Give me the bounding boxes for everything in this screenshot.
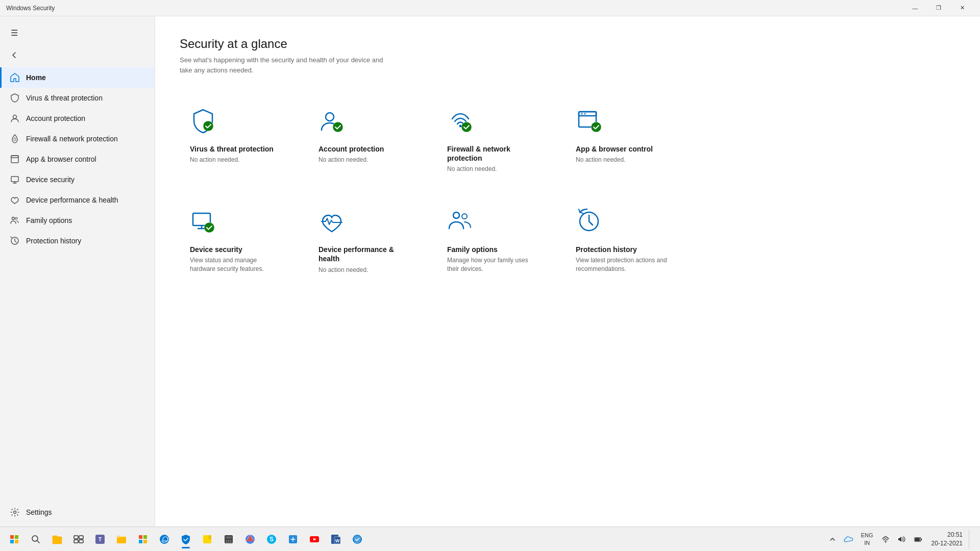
tray-wifi-button[interactable]	[878, 529, 893, 549]
account-card-icon	[318, 108, 347, 136]
sidebar-bottom: Settings	[0, 502, 155, 522]
sidebar-item-devicesecurity[interactable]: Device security	[0, 169, 155, 190]
tray-showdesktop-button[interactable]	[969, 529, 972, 549]
sidebar-item-devicehealth-label: Device performance & health	[26, 196, 118, 204]
appbrowser-card-subtitle: No action needed.	[576, 156, 668, 164]
app-container: ☰ Home Virus & threat protection	[0, 16, 980, 527]
svg-point-55	[226, 542, 228, 543]
taskbar-app-skype[interactable]: S	[261, 529, 282, 549]
sidebar-item-devicesecurity-label: Device security	[26, 176, 75, 184]
tray-volume-button[interactable]	[895, 529, 909, 549]
skype-icon: S	[266, 534, 277, 545]
main-content: Security at a glance See what's happenin…	[155, 16, 980, 527]
virus-card[interactable]: Virus & threat protection No action need…	[180, 95, 292, 184]
sidebar-item-firewall[interactable]: Firewall & network protection	[0, 129, 155, 149]
svg-point-69	[885, 542, 886, 543]
close-button[interactable]: ✕	[950, 0, 974, 16]
history-icon	[10, 236, 20, 246]
taskbar-app-stickynotes[interactable]	[197, 529, 217, 549]
titlebar-controls: — ❐ ✕	[903, 0, 974, 16]
svg-rect-1	[11, 156, 18, 163]
family-card[interactable]: Family options Manage how your family us…	[437, 196, 549, 284]
cards-grid: Virus & threat protection No action need…	[180, 95, 955, 284]
tray-onedrive-button[interactable]	[841, 529, 856, 549]
taskbar-app-chrome[interactable]	[240, 529, 260, 549]
firewall-card-icon	[447, 108, 476, 136]
restore-button[interactable]: ❐	[927, 0, 950, 16]
taskbar-app-explorer[interactable]	[47, 529, 67, 549]
tray-date: 20-12-2021	[932, 539, 963, 548]
titlebar: Windows Security — ❐ ✕	[0, 0, 980, 16]
svg-point-5	[15, 217, 17, 219]
sidebar-item-history[interactable]: Protection history	[0, 231, 155, 251]
taskbar-app-teams[interactable]: T	[90, 529, 110, 549]
explorer-icon	[52, 534, 63, 545]
svg-point-25	[453, 212, 459, 218]
taskbar-app-edge[interactable]	[154, 529, 175, 549]
sidebar-item-devicehealth[interactable]: Device performance & health	[0, 190, 155, 210]
svg-rect-71	[921, 539, 922, 540]
account-card[interactable]: Account protection No action needed.	[308, 95, 421, 184]
svg-point-57	[230, 542, 232, 543]
tray-overflow-button[interactable]	[826, 529, 839, 549]
taskbar-app-files[interactable]	[111, 529, 132, 549]
taskbar-app-youtube[interactable]	[304, 529, 325, 549]
svg-rect-46	[143, 540, 147, 543]
chevron-up-icon	[829, 536, 836, 542]
winsecurity-icon	[352, 534, 363, 545]
history-card[interactable]: Protection history View latest protectio…	[566, 196, 678, 284]
history-card-title: Protection history	[576, 245, 668, 254]
hamburger-menu-button[interactable]: ☰	[4, 22, 24, 43]
svg-rect-31	[15, 540, 18, 543]
appbrowser-card[interactable]: App & browser control No action needed.	[566, 95, 678, 184]
taskbar-app-defender[interactable]	[176, 529, 196, 549]
family-card-subtitle: Manage how your family uses their device…	[447, 256, 539, 273]
tray-language-button[interactable]: ENG IN	[858, 529, 876, 549]
svg-point-13	[459, 125, 462, 128]
family-card-title: Family options	[447, 245, 539, 254]
devicesecurity-card[interactable]: Device security View status and manage h…	[180, 196, 292, 284]
svg-text:W: W	[335, 538, 340, 543]
sidebar-item-home[interactable]: Home	[0, 67, 155, 88]
appbrowser-card-title: App & browser control	[576, 144, 668, 154]
taskbar-app-snip[interactable]	[283, 529, 303, 549]
svg-point-53	[228, 540, 230, 541]
search-button[interactable]	[27, 530, 45, 548]
svg-text:S: S	[270, 536, 274, 543]
sidebar-item-family[interactable]: Family options	[0, 210, 155, 231]
sidebar-item-settings[interactable]: Settings	[0, 502, 155, 522]
firewall-card-subtitle: No action needed.	[447, 165, 539, 173]
svg-rect-42	[117, 536, 121, 538]
svg-point-0	[13, 115, 17, 119]
firewall-card[interactable]: Firewall & network protection No action …	[437, 95, 549, 184]
appbrowser-card-icon	[576, 108, 604, 136]
tray-clock[interactable]: 20:51 20-12-2021	[927, 529, 967, 549]
devicesecurity-icon	[10, 174, 20, 185]
back-button[interactable]	[4, 45, 24, 65]
sidebar-item-family-label: Family options	[26, 216, 72, 224]
start-button[interactable]	[4, 529, 24, 549]
svg-point-21	[592, 122, 601, 132]
sidebar-item-account[interactable]: Account protection	[0, 108, 155, 129]
tray-battery-button[interactable]	[911, 529, 925, 549]
taskbar-app-store[interactable]	[133, 529, 153, 549]
taskbar-app-word[interactable]: W	[326, 529, 346, 549]
svg-point-12	[333, 122, 342, 132]
stickynotes-icon	[202, 534, 213, 545]
devicesecurity-card-subtitle: View status and manage hardware security…	[190, 256, 282, 273]
svg-point-26	[462, 214, 467, 219]
svg-point-54	[230, 540, 232, 541]
sidebar-item-appbrowser[interactable]: App & browser control	[0, 149, 155, 169]
devicehealth-card[interactable]: Device performance & health No action ne…	[308, 196, 421, 284]
taskbar-apps: T	[47, 529, 368, 549]
sidebar-item-virus[interactable]: Virus & threat protection	[0, 88, 155, 108]
minimize-button[interactable]: —	[903, 0, 927, 16]
history-card-subtitle: View latest protection actions and recom…	[576, 256, 668, 273]
svg-rect-44	[143, 535, 147, 539]
taskbar-app-taskview[interactable]	[68, 529, 89, 549]
taskbar-app-calculator[interactable]	[218, 529, 239, 549]
taskbar-app-winsecurity[interactable]	[347, 529, 368, 549]
firewall-card-title: Firewall & network protection	[447, 144, 539, 163]
family-icon	[10, 215, 20, 226]
sidebar-item-firewall-label: Firewall & network protection	[26, 135, 118, 143]
